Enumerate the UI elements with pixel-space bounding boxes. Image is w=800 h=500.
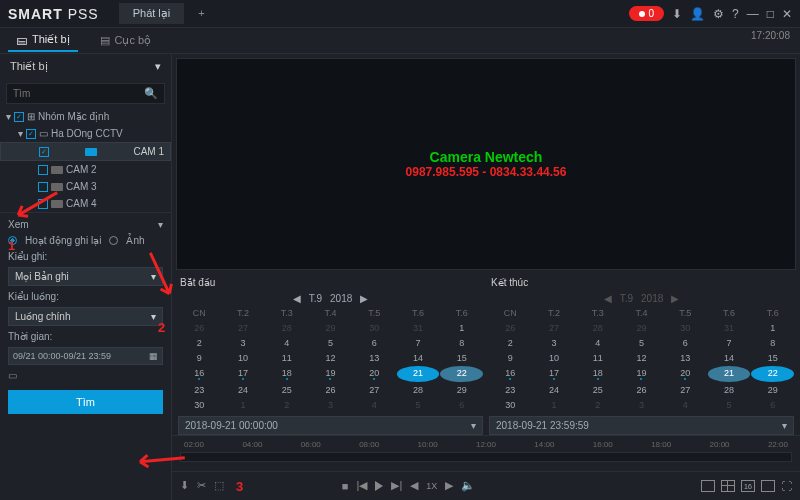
cal-day[interactable]: 2 — [489, 336, 532, 350]
cal-day[interactable]: 12 — [309, 351, 352, 365]
stream-select[interactable]: Luồng chính▾ — [8, 307, 163, 326]
cal-day[interactable]: 24 — [533, 383, 576, 397]
cal-day[interactable]: 5 — [620, 336, 663, 350]
cal-day[interactable]: 16 — [178, 366, 221, 382]
calendar-icon[interactable]: ▦ — [149, 351, 158, 361]
cal-day[interactable]: 16 — [489, 366, 532, 382]
gear-icon[interactable]: ⚙ — [713, 7, 724, 21]
next-frame-button[interactable]: ▶| — [391, 479, 402, 492]
search-input[interactable] — [13, 88, 144, 99]
cal-day[interactable]: 9 — [489, 351, 532, 365]
play-button[interactable] — [375, 481, 383, 491]
cal-day[interactable]: 30 — [178, 398, 221, 412]
cal-day[interactable]: 27 — [353, 383, 396, 397]
cal-day[interactable]: 6 — [664, 336, 707, 350]
rectype-select[interactable]: Mọi Bản ghi▾ — [8, 267, 163, 286]
cal-day[interactable]: 21 — [397, 366, 440, 382]
cal-day[interactable]: 24 — [222, 383, 265, 397]
volume-icon[interactable]: 🔈 — [461, 479, 475, 492]
cal-day[interactable]: 22 — [751, 366, 794, 382]
cal-day[interactable]: 13 — [353, 351, 396, 365]
cal-day[interactable]: 28 — [397, 383, 440, 397]
stop-button[interactable]: ■ — [342, 480, 349, 492]
cal-day[interactable]: 25 — [576, 383, 619, 397]
cal-day[interactable]: 9 — [178, 351, 221, 365]
tree-cam-4[interactable]: CAM 4 — [0, 195, 171, 212]
tab-playback[interactable]: Phát lại — [119, 3, 185, 24]
cal-day[interactable]: 1 — [751, 321, 794, 335]
cal-day[interactable]: 20 — [664, 366, 707, 382]
tree-cam-2[interactable]: CAM 2 — [0, 161, 171, 178]
timeline-track[interactable] — [180, 452, 792, 462]
cal-day[interactable]: 19 — [309, 366, 352, 382]
cal-day[interactable]: 12 — [620, 351, 663, 365]
cal-day[interactable]: 7 — [397, 336, 440, 350]
time-field[interactable]: 09/21 00:00-09/21 23:59▦ — [8, 347, 163, 365]
cal-day[interactable]: 10 — [222, 351, 265, 365]
cal-day[interactable]: 1 — [440, 321, 483, 335]
storage-icon[interactable]: ▭ — [8, 370, 163, 381]
timeline[interactable]: 02:0004:0006:0008:0010:0012:0014:0016:00… — [172, 435, 800, 470]
chevron-down-icon[interactable]: ▾ — [158, 219, 163, 230]
video-viewport[interactable]: Camera Newtech 0987.985.595 - 0834.33.44… — [176, 58, 796, 270]
cal-day[interactable]: 29 — [751, 383, 794, 397]
cal-day[interactable]: 4 — [576, 336, 619, 350]
minimize-icon[interactable]: — — [747, 7, 759, 21]
clip-icon[interactable]: ⬚ — [214, 479, 224, 492]
cal-day[interactable]: 28 — [708, 383, 751, 397]
search-button[interactable]: Tìm — [8, 390, 163, 414]
layout-1-icon[interactable] — [701, 480, 715, 492]
cal-day[interactable]: 14 — [708, 351, 751, 365]
layout-16-icon[interactable]: 16 — [741, 480, 755, 492]
snapshot-icon[interactable]: ✂ — [197, 479, 206, 492]
cal-day[interactable]: 7 — [708, 336, 751, 350]
cal-day[interactable]: 6 — [353, 336, 396, 350]
faster-button[interactable]: ▶ — [445, 479, 453, 492]
cal-day[interactable]: 21 — [708, 366, 751, 382]
cal-day[interactable]: 20 — [353, 366, 396, 382]
radio-image[interactable] — [109, 236, 118, 245]
cal-day[interactable]: 3 — [533, 336, 576, 350]
cal-day[interactable]: 30 — [489, 398, 532, 412]
maximize-icon[interactable]: □ — [767, 7, 774, 21]
slower-button[interactable]: ◀ — [410, 479, 418, 492]
layout-4-icon[interactable] — [721, 480, 735, 492]
cal-day[interactable]: 8 — [751, 336, 794, 350]
cal-day[interactable]: 11 — [265, 351, 308, 365]
cal-day[interactable]: 3 — [222, 336, 265, 350]
cal-day[interactable]: 25 — [265, 383, 308, 397]
cal-day[interactable]: 4 — [265, 336, 308, 350]
cal-day[interactable]: 26 — [620, 383, 663, 397]
tree-group[interactable]: ▾✓⊞Nhóm Mặc định — [0, 108, 171, 125]
cal-day[interactable]: 10 — [533, 351, 576, 365]
tree-cam-3[interactable]: CAM 3 — [0, 178, 171, 195]
cal-day[interactable]: 26 — [309, 383, 352, 397]
next-month-icon[interactable]: ▶ — [671, 293, 679, 304]
start-datetime[interactable]: 2018-09-21 00:00:00▾ — [178, 416, 483, 435]
record-badge[interactable]: 0 — [629, 6, 665, 21]
cal-day[interactable]: 5 — [309, 336, 352, 350]
cal-day[interactable]: 11 — [576, 351, 619, 365]
layout-more-icon[interactable] — [761, 480, 775, 492]
cal-day[interactable]: 23 — [489, 383, 532, 397]
cal-day[interactable]: 18 — [576, 366, 619, 382]
cal-day[interactable]: 29 — [440, 383, 483, 397]
cal-day[interactable]: 23 — [178, 383, 221, 397]
cal-day[interactable]: 27 — [664, 383, 707, 397]
fullscreen-icon[interactable]: ⛶ — [781, 480, 792, 492]
tree-nvr[interactable]: ▾✓▭Ha DOng CCTV — [0, 125, 171, 142]
cal-day[interactable]: 2 — [178, 336, 221, 350]
cal-day[interactable]: 14 — [397, 351, 440, 365]
cal-day[interactable]: 8 — [440, 336, 483, 350]
download-icon[interactable]: ⬇ — [672, 7, 682, 21]
end-datetime[interactable]: 2018-09-21 23:59:59▾ — [489, 416, 794, 435]
help-icon[interactable]: ? — [732, 7, 739, 21]
export-icon[interactable]: ⬇ — [180, 479, 189, 492]
cal-day[interactable]: 13 — [664, 351, 707, 365]
tab-device[interactable]: 🖴Thiết bị — [8, 29, 78, 52]
close-icon[interactable]: ✕ — [782, 7, 792, 21]
search-box[interactable]: 🔍 — [6, 83, 165, 104]
user-icon[interactable]: 👤 — [690, 7, 705, 21]
next-month-icon[interactable]: ▶ — [360, 293, 368, 304]
cal-day[interactable]: 17 — [222, 366, 265, 382]
